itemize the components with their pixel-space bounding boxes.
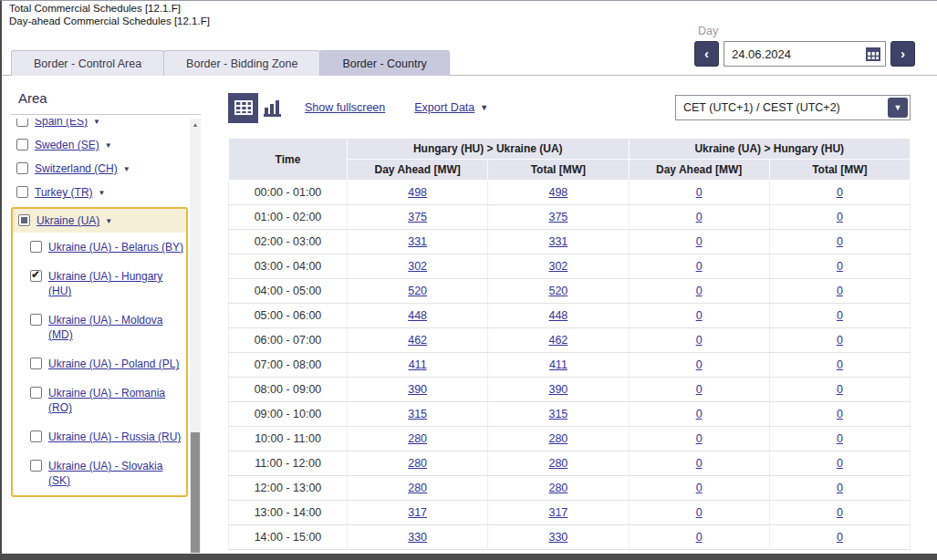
area-link[interactable]: Switzerland (CH) [35,161,118,176]
sidebar-item[interactable]: Sweden (SE)▼ [11,133,189,157]
chevron-down-icon[interactable]: ▼ [93,119,100,126]
value-link[interactable]: 0 [837,334,843,347]
value-link[interactable]: 315 [408,408,427,420]
value-link[interactable]: 0 [837,211,843,223]
value-link[interactable]: 331 [408,235,427,248]
value-link[interactable]: 0 [696,309,703,322]
checkbox[interactable] [16,119,28,127]
area-link[interactable]: Ukraine (UA) - Moldova (MD) [48,313,184,342]
value-link[interactable]: 0 [696,432,703,445]
value-link[interactable]: 0 [696,457,703,470]
value-link[interactable]: 315 [548,408,567,420]
area-link[interactable]: Turkey (TR) [35,185,93,200]
area-link[interactable]: Spain (ES) [35,119,88,129]
value-link[interactable]: 520 [548,285,567,297]
timezone-select[interactable]: CET (UTC+1) / CEST (UTC+2) ▼ [675,95,911,120]
value-link[interactable]: 0 [696,186,703,199]
value-link[interactable]: 411 [409,358,427,371]
value-link[interactable]: 0 [837,285,843,297]
scroll-up-icon[interactable]: ▲ [190,119,201,131]
chevron-down-icon[interactable]: ▼ [99,189,106,197]
value-link[interactable]: 0 [837,531,843,544]
value-link[interactable]: 0 [696,285,703,297]
tab-border-country[interactable]: Border - Country [319,50,449,76]
value-link[interactable]: 462 [548,334,567,347]
sidebar-item[interactable]: Ukraine (UA) - Hungary (HU) [13,262,186,306]
value-link[interactable]: 0 [837,432,843,445]
area-link[interactable]: Sweden (SE) [35,138,99,152]
value-link[interactable]: 280 [408,432,427,445]
value-link[interactable]: 520 [408,285,427,297]
checkbox-checked[interactable] [30,270,42,282]
sidebar-scrollbar[interactable]: ▲ [190,119,201,555]
sidebar-item[interactable]: Ukraine (UA) - Slovakia (SK) [13,451,186,495]
sidebar-item[interactable]: Ukraine (UA) - Romania (RO) [13,379,186,422]
chevron-down-icon[interactable]: ▼ [123,165,130,173]
area-link[interactable]: Ukraine (UA) - Russia (RU) [48,430,181,444]
value-link[interactable]: 280 [408,457,427,470]
value-link[interactable]: 0 [837,260,843,273]
value-link[interactable]: 0 [837,383,843,396]
value-link[interactable]: 330 [408,531,427,544]
checkbox[interactable] [30,387,42,399]
sidebar-item[interactable]: Ukraine (UA) - Belarus (BY) [13,233,186,262]
checkbox[interactable] [16,139,28,150]
value-link[interactable]: 331 [548,235,567,248]
value-link[interactable]: 280 [548,482,567,494]
chevron-down-icon[interactable]: ▼ [105,217,112,225]
value-link[interactable]: 0 [696,482,703,494]
value-link[interactable]: 0 [837,506,843,519]
sidebar-item[interactable]: Turkey (TR)▼ [11,181,189,204]
value-link[interactable]: 0 [696,211,703,223]
sidebar-item[interactable]: Ukraine (UA)▼ [13,209,186,233]
table-view-button[interactable] [228,93,258,123]
area-link[interactable]: Ukraine (UA) - Slovakia (SK) [48,459,184,488]
chevron-down-icon[interactable]: ▼ [105,141,112,150]
value-link[interactable]: 0 [837,457,843,470]
value-link[interactable]: 280 [408,482,427,494]
value-link[interactable]: 317 [408,506,427,519]
checkbox[interactable] [30,241,42,253]
value-link[interactable]: 317 [548,506,567,519]
value-link[interactable]: 390 [548,383,567,396]
value-link[interactable]: 0 [696,358,703,371]
area-link[interactable]: Ukraine (UA) - Romania (RO) [48,386,184,415]
sidebar-item[interactable]: Ukraine (UA) - Russia (RU) [13,422,186,451]
scrollbar-thumb[interactable] [191,432,200,553]
export-data-control[interactable]: Export Data ▼ [414,101,488,114]
checkbox[interactable] [30,358,42,369]
value-link[interactable]: 448 [408,309,427,322]
checkbox-partial[interactable] [18,214,30,226]
sidebar-item[interactable]: Ukraine (UA) - Poland (PL) [13,349,186,379]
tab-border-bidding-zone[interactable]: Border - Bidding Zone [163,50,320,76]
value-link[interactable]: 375 [408,211,427,223]
timezone-dropdown-button[interactable]: ▼ [888,98,908,118]
value-link[interactable]: 0 [837,408,843,420]
area-link[interactable]: Ukraine (UA) [36,213,99,228]
area-link[interactable]: Ukraine (UA) - Belarus (BY) [48,240,183,254]
show-fullscreen-link[interactable]: Show fullscreen [305,101,385,114]
chart-view-button[interactable] [258,93,288,123]
tab-border-control-area[interactable]: Border - Control Area [11,50,164,76]
sidebar-item[interactable]: Ukraine (UA) - Moldova (MD) [13,306,186,349]
checkbox[interactable] [30,314,42,326]
value-link[interactable]: 0 [837,482,843,494]
value-link[interactable]: 0 [696,531,703,544]
value-link[interactable]: 0 [696,383,703,396]
sidebar-item[interactable]: Spain (ES)▼ [11,119,189,133]
value-link[interactable]: 498 [408,186,427,199]
value-link[interactable]: 330 [548,531,567,544]
export-data-link[interactable]: Export Data [414,101,474,114]
value-link[interactable]: 280 [548,432,567,445]
value-link[interactable]: 0 [696,506,703,519]
checkbox[interactable] [16,186,28,198]
area-link[interactable]: Ukraine (UA) - Poland (PL) [48,357,179,371]
value-link[interactable]: 0 [837,186,843,199]
value-link[interactable]: 462 [408,334,427,347]
value-link[interactable]: 0 [837,309,843,322]
value-link[interactable]: 0 [837,235,843,248]
checkbox[interactable] [16,162,28,174]
value-link[interactable]: 280 [548,457,567,470]
value-link[interactable]: 0 [696,408,703,420]
checkbox[interactable] [30,460,42,472]
